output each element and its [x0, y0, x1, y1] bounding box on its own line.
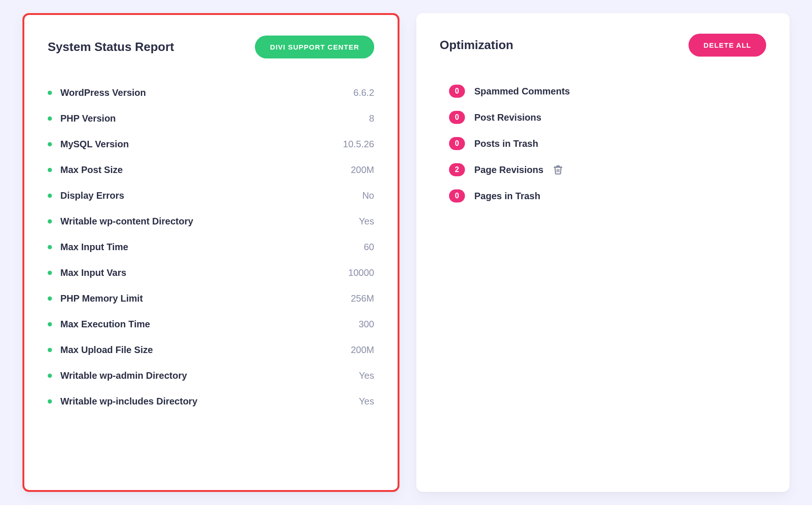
trash-icon[interactable] — [553, 165, 563, 175]
status-row: PHP Memory Limit256M — [48, 286, 374, 311]
optimization-label: Pages in Trash — [474, 191, 540, 202]
status-row-left: Max Input Time — [48, 242, 128, 252]
status-row: MySQL Version10.5.26 — [48, 131, 374, 157]
status-ok-icon — [48, 91, 52, 95]
status-ok-icon — [48, 374, 52, 378]
status-row-left: Writable wp-content Directory — [48, 216, 193, 227]
status-label: PHP Memory Limit — [60, 293, 143, 304]
optimization-label: Spammed Comments — [474, 86, 570, 97]
status-row-left: Display Errors — [48, 190, 124, 201]
status-row-left: Max Input Vars — [48, 267, 126, 278]
status-row-left: Writable wp-admin Directory — [48, 370, 187, 381]
status-row-left: WordPress Version — [48, 87, 146, 98]
status-ok-icon — [48, 116, 52, 121]
status-value: 10.5.26 — [343, 139, 374, 150]
status-row: Writable wp-admin DirectoryYes — [48, 363, 374, 389]
status-value: 200M — [351, 165, 374, 175]
status-value: Yes — [359, 216, 374, 227]
optimization-title: Optimization — [440, 38, 513, 52]
status-ok-icon — [48, 271, 52, 275]
status-value: Yes — [359, 370, 374, 381]
status-value: 60 — [364, 242, 374, 252]
status-ok-icon — [48, 245, 52, 249]
status-value: No — [362, 190, 374, 201]
status-row-left: Writable wp-includes Directory — [48, 396, 197, 407]
status-row-left: Max Upload File Size — [48, 345, 153, 355]
status-ok-icon — [48, 296, 52, 301]
system-status-header: System Status Report DIVI SUPPORT CENTER — [48, 36, 374, 58]
status-value: 6.6.2 — [354, 87, 374, 98]
status-value: 8 — [369, 113, 374, 124]
status-row: WordPress Version6.6.2 — [48, 80, 374, 106]
status-value: 10000 — [348, 267, 374, 278]
status-row: Max Upload File Size200M — [48, 337, 374, 363]
status-row: Display ErrorsNo — [48, 183, 374, 209]
status-row: Writable wp-includes DirectoryYes — [48, 389, 374, 414]
optimization-list: 0Spammed Comments0Post Revisions0Posts i… — [449, 78, 766, 209]
optimization-row: 0Posts in Trash — [449, 130, 766, 157]
optimization-card: Optimization DELETE ALL 0Spammed Comment… — [416, 13, 790, 492]
system-status-list: WordPress Version6.6.2PHP Version8MySQL … — [48, 80, 374, 414]
status-label: Writable wp-includes Directory — [60, 396, 197, 407]
count-badge: 0 — [449, 85, 465, 98]
status-value: 256M — [351, 293, 374, 304]
status-label: Writable wp-content Directory — [60, 216, 193, 227]
optimization-label: Post Revisions — [474, 112, 541, 123]
divi-support-center-button[interactable]: DIVI SUPPORT CENTER — [255, 36, 374, 58]
status-ok-icon — [48, 194, 52, 198]
status-row: Writable wp-content DirectoryYes — [48, 209, 374, 234]
status-label: WordPress Version — [60, 87, 146, 98]
status-ok-icon — [48, 399, 52, 404]
status-row: PHP Version8 — [48, 106, 374, 131]
optimization-row: 0Spammed Comments — [449, 78, 766, 104]
status-ok-icon — [48, 219, 52, 224]
delete-all-button[interactable]: DELETE ALL — [689, 34, 766, 57]
status-row-left: Max Execution Time — [48, 319, 150, 330]
status-label: Writable wp-admin Directory — [60, 370, 187, 381]
optimization-label: Posts in Trash — [474, 138, 538, 149]
system-status-title: System Status Report — [48, 40, 174, 54]
count-badge: 0 — [449, 111, 465, 124]
optimization-row: 2Page Revisions — [449, 157, 766, 183]
status-value: Yes — [359, 396, 374, 407]
optimization-row: 0Pages in Trash — [449, 183, 766, 209]
status-row: Max Input Vars10000 — [48, 260, 374, 286]
status-row-left: MySQL Version — [48, 139, 129, 150]
status-label: Max Post Size — [60, 165, 123, 175]
status-row-left: PHP Memory Limit — [48, 293, 143, 304]
status-ok-icon — [48, 322, 52, 326]
optimization-label: Page Revisions — [474, 165, 544, 175]
optimization-row: 0Post Revisions — [449, 104, 766, 130]
count-badge: 0 — [449, 189, 465, 202]
status-row: Max Execution Time300 — [48, 311, 374, 337]
status-row-left: PHP Version — [48, 113, 116, 124]
status-value: 300 — [359, 319, 374, 330]
status-row: Max Post Size200M — [48, 157, 374, 183]
status-ok-icon — [48, 348, 52, 352]
status-row-left: Max Post Size — [48, 165, 123, 175]
status-label: Display Errors — [60, 190, 124, 201]
system-status-card: System Status Report DIVI SUPPORT CENTER… — [22, 13, 399, 492]
status-label: Max Input Time — [60, 242, 128, 252]
status-label: PHP Version — [60, 113, 116, 124]
status-label: Max Upload File Size — [60, 345, 153, 355]
status-label: MySQL Version — [60, 139, 129, 150]
status-ok-icon — [48, 142, 52, 146]
count-badge: 0 — [449, 137, 465, 150]
optimization-header: Optimization DELETE ALL — [440, 34, 766, 57]
count-badge: 2 — [449, 163, 465, 176]
status-value: 200M — [351, 345, 374, 355]
status-row: Max Input Time60 — [48, 234, 374, 260]
status-label: Max Execution Time — [60, 319, 150, 330]
status-label: Max Input Vars — [60, 267, 126, 278]
status-ok-icon — [48, 168, 52, 172]
